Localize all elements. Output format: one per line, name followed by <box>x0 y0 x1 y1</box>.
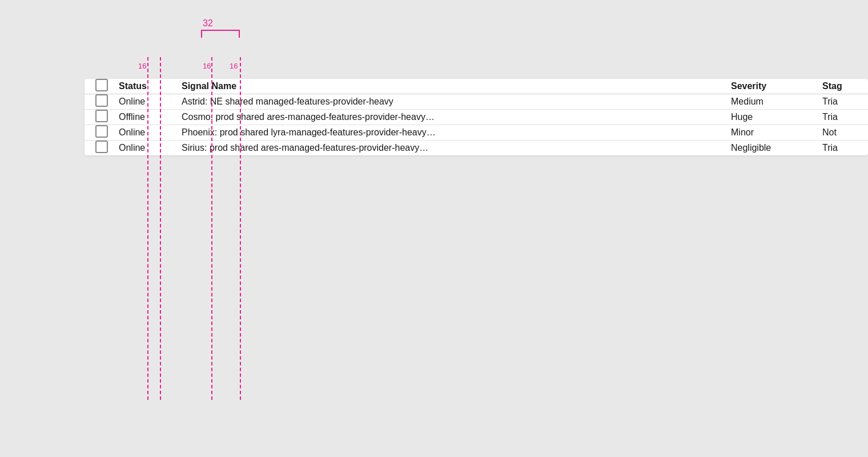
header-checkbox[interactable] <box>95 79 108 91</box>
row-stage: Tria <box>822 141 868 156</box>
row-status: Offline <box>119 110 182 125</box>
measure-bracket <box>201 30 240 38</box>
table-row: Online Sirius: prod shared ares-managed-… <box>85 141 868 156</box>
table-container: Status Signal Name Severity Stag Online … <box>85 79 868 155</box>
row-checkbox-cell[interactable] <box>85 125 119 141</box>
table-row: Offline Cosmo: prod shared ares-managed-… <box>85 110 868 125</box>
row-signal-name: Cosmo: prod shared ares-managed-features… <box>182 110 731 125</box>
measure-label-32: 32 <box>203 18 213 29</box>
table-header-row: Status Signal Name Severity Stag <box>85 79 868 94</box>
measurement-overlay: 32 16 16 16 <box>0 0 868 457</box>
row-signal-name: Astrid: NE shared managed-features-provi… <box>182 94 731 110</box>
row-severity: Negligible <box>731 141 822 156</box>
signals-table: Status Signal Name Severity Stag Online … <box>85 79 868 155</box>
row-stage: Tria <box>822 94 868 110</box>
row-stage: Not <box>822 125 868 141</box>
measure-label-16-left: 16 <box>138 62 146 70</box>
row-status: Online <box>119 141 182 156</box>
row-checkbox[interactable] <box>95 125 108 138</box>
row-checkbox[interactable] <box>95 110 108 122</box>
table-row: Online Astrid: NE shared managed-feature… <box>85 94 868 110</box>
table-row: Online Phoenix: prod shared lyra-managed… <box>85 125 868 141</box>
header-signal-name: Signal Name <box>182 79 731 94</box>
row-status: Online <box>119 125 182 141</box>
row-severity: Medium <box>731 94 822 110</box>
header-severity: Severity <box>731 79 822 94</box>
row-checkbox-cell[interactable] <box>85 110 119 125</box>
header-checkbox-cell[interactable] <box>85 79 119 94</box>
measure-label-16-mid: 16 <box>203 62 211 70</box>
measure-label-16-right: 16 <box>230 62 238 70</box>
header-status: Status <box>119 79 182 94</box>
row-signal-name: Sirius: prod shared ares-managed-feature… <box>182 141 731 156</box>
row-checkbox[interactable] <box>95 94 108 107</box>
header-stage: Stag <box>822 79 868 94</box>
row-signal-name: Phoenix: prod shared lyra-managed-featur… <box>182 125 731 141</box>
row-stage: Tria <box>822 110 868 125</box>
row-status: Online <box>119 94 182 110</box>
row-checkbox[interactable] <box>95 141 108 153</box>
row-severity: Minor <box>731 125 822 141</box>
row-checkbox-cell[interactable] <box>85 94 119 110</box>
table-body: Online Astrid: NE shared managed-feature… <box>85 94 868 156</box>
row-checkbox-cell[interactable] <box>85 141 119 156</box>
row-severity: Huge <box>731 110 822 125</box>
